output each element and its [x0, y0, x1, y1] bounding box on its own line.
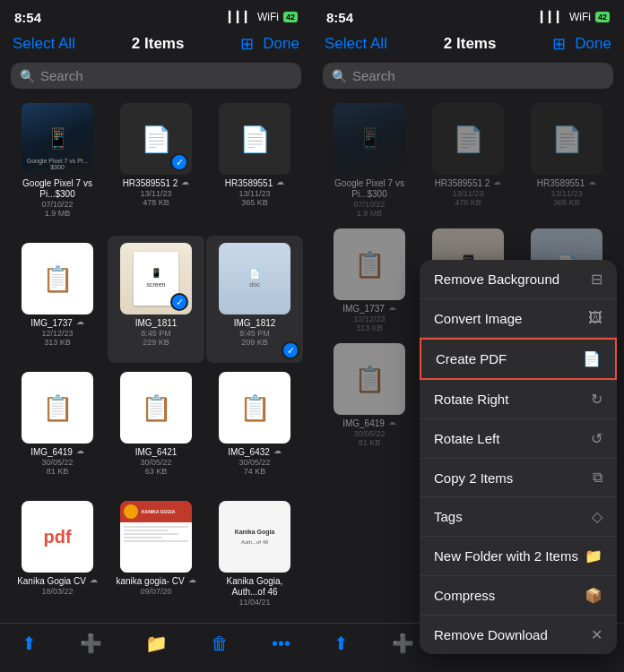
remove-bg-icon: ⊟: [591, 271, 602, 288]
file-item-r-img1737: 📋 IMG_1737 ☁ 12/12/23 313 KB: [321, 221, 418, 336]
menu-item-compress[interactable]: Compress 📦: [420, 576, 617, 616]
file-item-kanika-auth46[interactable]: Kanika Gogia Auth...of 46 Kanika Gogia, …: [206, 494, 303, 623]
icloud-icon-6: ☁: [90, 575, 98, 584]
file-item-img1812[interactable]: 📄doc ✓ IMG_1812 8:45 PM 209 KB: [206, 236, 303, 363]
file-thumb-google-pixel: 📱 Google Pixel 7 vs Pi...$300: [22, 103, 93, 175]
file-thumb-img1812: 📄doc ✓: [219, 243, 290, 314]
menu-item-convert-image[interactable]: Convert Image 🖼: [420, 299, 617, 338]
file-thumb-kanika-cv2: KANIKA GOGIA: [120, 501, 192, 573]
status-icons-right: ▎▎▎ WiFi 42: [541, 11, 610, 23]
menu-item-new-folder[interactable]: New Folder with 2 Items 📁: [420, 537, 617, 576]
pages-doc-icon-3: 📋: [141, 393, 172, 423]
file-thumb-kanika-cv: pdf: [22, 501, 93, 573]
file-item-r-img6419: 📋 IMG_6419 ☁ 30/05/22 81 KB: [321, 336, 418, 451]
grid-view-icon-right[interactable]: ⊞: [552, 34, 566, 54]
share-icon-right[interactable]: ⬆: [334, 633, 349, 654]
grid-view-icon-left[interactable]: ⊞: [240, 34, 254, 54]
file-thumb-img6421: 📋: [120, 372, 192, 444]
done-button-right[interactable]: Done: [575, 35, 611, 53]
wifi-icon: WiFi: [257, 11, 279, 23]
file-thumb-img6432: 📋: [219, 372, 290, 444]
icloud-icon-7: ☁: [188, 575, 196, 584]
menu-item-create-pdf[interactable]: Create PDF 📄 ←: [420, 338, 617, 380]
pages-doc-icon: 📋: [42, 264, 74, 294]
time-right: 8:54: [326, 10, 353, 25]
search-placeholder-right: Search: [352, 68, 395, 83]
context-menu: Remove Background ⊟ Convert Image 🖼 Crea…: [420, 260, 617, 654]
search-icon-left: 🔍: [20, 69, 35, 83]
add-icon-right[interactable]: ➕: [392, 633, 414, 654]
status-bar-right: 8:54 ▎▎▎ WiFi 42: [312, 0, 624, 30]
wifi-icon-right: WiFi: [569, 11, 591, 23]
nav-title-left: 2 Items: [132, 35, 185, 53]
nav-bar-right: Select All 2 Items ⊞ Done: [312, 30, 624, 59]
menu-item-tags[interactable]: Tags ◇: [420, 497, 617, 537]
file-thumb-img1737: 📋: [22, 243, 93, 314]
nav-bar-left: Select All 2 Items ⊞ Done: [0, 30, 312, 59]
copy-icon: ⧉: [593, 470, 602, 486]
right-files-grid-top: 📱 Google Pixel 7 vs Pi...$300 07/10/22 1…: [312, 96, 624, 221]
file-item-img1737[interactable]: 📋 IMG_1737 ☁ 12/12/23 313 KB: [9, 236, 106, 363]
pages-doc-icon-4: 📋: [239, 393, 271, 423]
file-item-img1811[interactable]: 📱screen ✓ IMG_1811 8:45 PM 229 KB: [108, 236, 204, 363]
file-thumb-img6419: 📋: [22, 372, 93, 444]
convert-image-icon: 🖼: [588, 310, 602, 326]
menu-item-copy-items[interactable]: Copy 2 Items ⧉: [420, 459, 617, 497]
battery-icon-left: 42: [283, 12, 298, 22]
rotate-left-icon: ↺: [591, 430, 602, 447]
file-thumb-hr3589551: 📄: [219, 103, 290, 175]
nav-right-right: ⊞ Done: [552, 34, 611, 54]
right-panel: 8:54 ▎▎▎ WiFi 42 Select All 2 Items ⊞ Do…: [312, 0, 624, 672]
folder-plus-icon: 📁: [585, 547, 602, 564]
file-item-kanika-cv2[interactable]: KANIKA GOGIA kanika gogia- CV ☁ 09/07/20: [108, 494, 204, 623]
search-placeholder-left: Search: [40, 68, 83, 83]
menu-item-rotate-right[interactable]: Rotate Right ↻: [420, 380, 617, 419]
file-item-kanika-cv[interactable]: pdf Kanika Gogia CV ☁ 18/03/22: [9, 494, 106, 623]
menu-item-rotate-left[interactable]: Rotate Left ↺: [420, 419, 617, 459]
done-button-left[interactable]: Done: [263, 35, 299, 53]
tag-icon: ◇: [592, 508, 602, 525]
file-item-img6419[interactable]: 📋 IMG_6419 ☁ 30/05/22 81 KB: [9, 365, 106, 492]
signal-icon: ▎▎▎: [229, 11, 253, 23]
pages-doc-icon-2: 📋: [42, 393, 74, 423]
select-all-button-left[interactable]: Select All: [13, 35, 75, 53]
file-name-google-pixel: Google Pixel 7 vs Pi...$300: [13, 175, 102, 200]
add-icon-left[interactable]: ➕: [80, 633, 102, 654]
file-item-hr3589551[interactable]: 📄 HR3589551 ☁ 13/11/23 365 KB: [206, 96, 303, 234]
time-left: 8:54: [14, 10, 41, 25]
file-item-r-hr2: 📄 HR3589551 2 ☁ 13/11/23 478 KB: [420, 96, 516, 221]
battery-icon-right: 42: [595, 12, 610, 22]
file-item-hr3589551-2[interactable]: 📄 ✓ HR3589551 2 ☁ 13/11/23 478 KB: [108, 96, 204, 234]
files-grid-left: 📱 Google Pixel 7 vs Pi...$300 Google Pix…: [0, 96, 312, 623]
search-bar-left[interactable]: 🔍 Search: [11, 63, 301, 89]
more-icon-left[interactable]: •••: [272, 633, 290, 654]
check-badge-img1811: ✓: [170, 293, 188, 311]
signal-icon-right: ▎▎▎: [541, 11, 565, 23]
file-item-r-hr: 📄 HR3589551 ☁ 13/11/23 365 KB: [518, 96, 615, 221]
file-item-r-google-pixel: 📱 Google Pixel 7 vs Pi...$300 07/10/22 1…: [321, 96, 418, 221]
create-pdf-icon: 📄: [583, 350, 601, 367]
search-bar-right[interactable]: 🔍 Search: [323, 63, 613, 89]
menu-item-remove-download[interactable]: Remove Download ✕: [420, 616, 617, 654]
rotate-right-icon: ↻: [591, 391, 602, 408]
icloud-icon-5: ☁: [273, 446, 282, 455]
file-thumb-img1811: 📱screen ✓: [120, 243, 192, 314]
icloud-icon-2: ☁: [276, 177, 284, 186]
select-all-button-right[interactable]: Select All: [325, 35, 387, 53]
menu-item-remove-bg[interactable]: Remove Background ⊟: [420, 260, 617, 299]
folder-icon-left[interactable]: 📁: [145, 633, 168, 654]
share-icon-left[interactable]: ⬆: [22, 633, 37, 654]
status-icons-left: ▎▎▎ WiFi 42: [229, 11, 298, 23]
file-item-google-pixel[interactable]: 📱 Google Pixel 7 vs Pi...$300 Google Pix…: [9, 96, 106, 234]
file-thumb-hr3589551-2: 📄 ✓: [120, 103, 192, 175]
status-bar-left: 8:54 ▎▎▎ WiFi 42: [0, 0, 312, 30]
bottom-toolbar-left: ⬆ ➕ 📁 🗑 •••: [0, 623, 312, 672]
nav-title-right: 2 Items: [444, 35, 497, 53]
file-thumb-kanika-auth46: Kanika Gogia Auth...of 46: [219, 501, 290, 573]
file-item-img6421[interactable]: 📋 IMG_6421 30/05/22 63 KB: [108, 365, 204, 492]
file-item-img6432[interactable]: 📋 IMG_6432 ☁ 30/05/22 74 KB: [206, 365, 303, 492]
search-icon-right: 🔍: [332, 69, 347, 83]
left-panel: 8:54 ▎▎▎ WiFi 42 Select All 2 Items ⊞ Do…: [0, 0, 312, 672]
trash-icon-left[interactable]: 🗑: [211, 633, 229, 654]
xmark-circle-icon: ✕: [591, 626, 602, 643]
